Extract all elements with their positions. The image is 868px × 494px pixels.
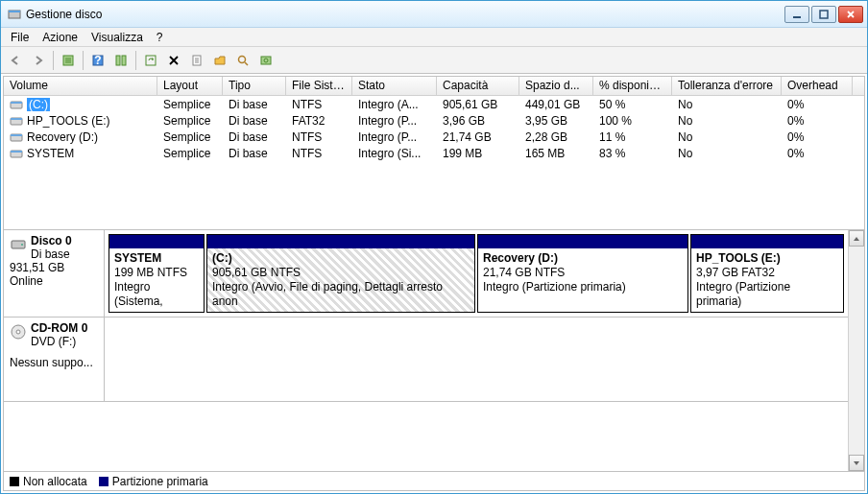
disk-row-disk0[interactable]: Disco 0 Di base 931,51 GB Online SYSTEM1… [4,230,848,318]
layout-button[interactable] [110,50,132,71]
app-icon [7,7,22,22]
col-fs[interactable]: File Sistema [286,77,352,95]
partition-stripe [207,235,474,248]
menu-file[interactable]: File [5,29,35,46]
partition-size: 199 MB NTFS [114,266,199,280]
cell-perc: 83 % [593,146,672,161]
cell-fs: NTFS [286,146,352,161]
window-title: Gestione disco [26,8,784,21]
volume-list-body[interactable]: (C:)SempliceDi baseNTFSIntegro (A...905,… [4,96,864,229]
cell-perc: 100 % [593,113,672,129]
svg-rect-7 [116,56,120,65]
disk-pane: Disco 0 Di base 931,51 GB Online SYSTEM1… [4,230,848,471]
col-perc[interactable]: % disponibile [593,77,672,95]
col-spazio[interactable]: Spazio d... [519,77,593,95]
vertical-scrollbar[interactable] [848,230,864,471]
cell-fs: NTFS [286,129,352,145]
volume-row[interactable]: (C:)SempliceDi baseNTFSIntegro (A...905,… [4,96,864,112]
app-window: Gestione disco File Azione Visualizza ? … [0,0,868,494]
cell-spaz: 165 MB [519,146,593,161]
col-volume[interactable]: Volume [4,77,157,95]
volume-row[interactable]: SYSTEMSempliceDi baseNTFSIntegro (Si...1… [4,145,864,161]
minimize-button[interactable] [784,6,809,23]
svg-rect-19 [11,134,22,136]
partition-status: Integro (Avvio, File di paging, Dettagli… [212,280,470,309]
view-list-button[interactable] [58,50,79,71]
cell-toll: No [672,113,782,129]
col-ovh[interactable]: Overhead [782,77,853,95]
close-button[interactable] [838,6,863,23]
partition-size: 21,74 GB NTFS [483,266,683,280]
partition-status: Integro (Partizione primaria) [483,280,683,294]
cell-spaz: 2,28 GB [519,129,593,145]
cell-layout: Semplice [157,129,223,145]
volume-row[interactable]: Recovery (D:)SempliceDi baseNTFSIntegro … [4,129,864,145]
cell-perc: 50 % [593,97,672,112]
svg-point-23 [21,244,23,246]
settings-button[interactable] [255,50,277,71]
find-button[interactable] [232,50,253,71]
partition-name: Recovery (D:) [483,251,683,266]
maximize-button[interactable] [811,6,836,23]
partition-stripe [691,235,843,248]
scroll-down-button[interactable] [849,455,864,471]
partition-size: 905,61 GB NTFS [212,266,470,280]
menu-help[interactable]: ? [151,29,169,46]
cell-cap: 3,96 GB [437,113,519,129]
partition-name: (C:) [212,251,470,266]
disk-row-cdrom[interactable]: CD-ROM 0 DVD (F:) Nessun suppo... [4,318,848,402]
cell-layout: Semplice [157,97,223,112]
col-capacita[interactable]: Capacità [437,77,519,95]
partition-name: SYSTEM [114,251,199,266]
legend-primary: Partizione primaria [99,475,208,488]
cell-spaz: 449,01 GB [519,97,593,112]
scroll-up-button[interactable] [849,230,864,247]
properties-button[interactable] [186,50,207,71]
cell-spaz: 3,95 GB [519,113,593,129]
partition[interactable]: (C:)905,61 GB NTFSIntegro (Avvio, File d… [206,234,475,313]
volume-list-header[interactable]: Volume Layout Tipo File Sistema Stato Ca… [4,77,864,96]
content-area: Volume Layout Tipo File Sistema Stato Ca… [3,76,865,491]
help-button[interactable]: ? [87,50,108,71]
cell-fs: NTFS [286,97,352,112]
cell-ovh: 0% [782,146,853,161]
cell-volume: (C:) [4,97,157,112]
cell-cap: 21,74 GB [437,129,519,145]
svg-rect-2 [793,16,801,18]
col-toll[interactable]: Tolleranza d'errore [672,77,782,95]
menu-visualizza[interactable]: Visualizza [85,29,149,46]
partition[interactable]: HP_TOOLS (E:)3,97 GB FAT32Integro (Parti… [690,234,844,313]
delete-button[interactable] [163,50,184,71]
menu-azione[interactable]: Azione [36,29,84,46]
col-tipo[interactable]: Tipo [223,77,286,95]
cell-volume: Recovery (D:) [4,129,157,145]
partition-size: 3,97 GB FAT32 [696,266,838,280]
partition[interactable]: SYSTEM199 MB NTFSIntegro (Sistema, [108,234,205,313]
legend: Non allocata Partizione primaria [4,471,864,490]
partition-stripe [478,235,687,248]
nav-back-button[interactable] [5,50,26,71]
svg-point-11 [239,56,246,62]
menubar: File Azione Visualizza ? [1,28,867,47]
volume-row[interactable]: HP_TOOLS (E:)SempliceDi baseFAT32Integro… [4,112,864,129]
refresh-button[interactable] [140,50,161,71]
cdrom-status: Nessun suppo... [10,356,98,369]
cell-volume: SYSTEM [4,146,157,161]
cell-stato: Integro (P... [352,113,437,129]
cdrom-icon [10,323,27,343]
svg-rect-8 [122,56,126,65]
cell-toll: No [672,129,782,145]
open-button[interactable] [209,50,230,71]
partition-name: HP_TOOLS (E:) [696,251,838,266]
cell-stato: Integro (A... [352,97,437,112]
nav-forward-button[interactable] [28,50,49,71]
cell-tipo: Di base [223,146,286,161]
toolbar-sep [83,51,84,70]
col-layout[interactable]: Layout [157,77,223,95]
titlebar[interactable]: Gestione disco [1,1,867,28]
toolbar-sep [135,51,136,70]
legend-unalloc: Non allocata [10,475,87,488]
col-stato[interactable]: Stato [352,77,437,95]
cell-layout: Semplice [157,113,223,129]
partition[interactable]: Recovery (D:)21,74 GB NTFSIntegro (Parti… [477,234,688,313]
